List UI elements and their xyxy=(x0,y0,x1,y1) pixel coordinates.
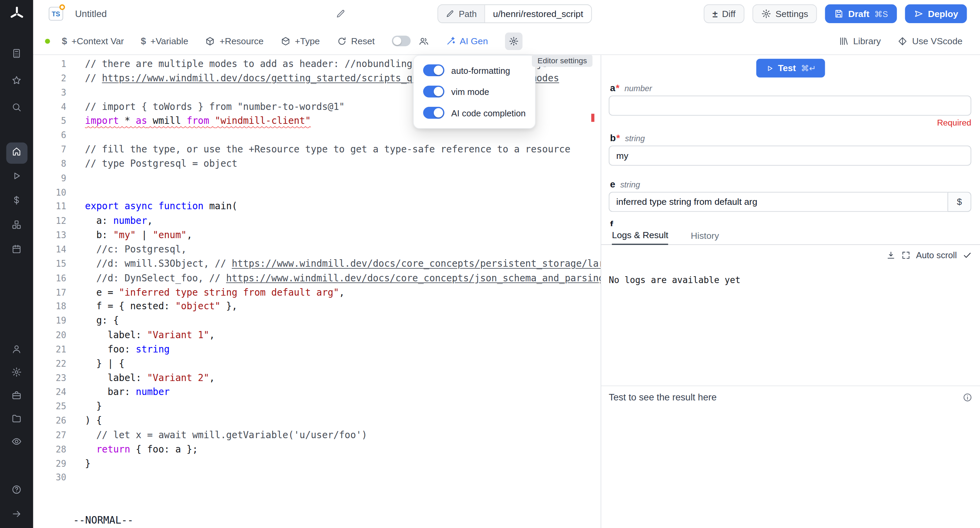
draft-button[interactable]: Draft ⌘S xyxy=(825,5,897,23)
line-number: 16 xyxy=(33,271,85,285)
home-icon xyxy=(11,146,22,159)
users-icon xyxy=(418,36,428,46)
line-number: 1 xyxy=(33,57,85,71)
sidebar-item-apps[interactable] xyxy=(0,41,33,68)
sidebar-group-main xyxy=(0,140,33,262)
sidebar-item-folders[interactable] xyxy=(0,408,33,431)
dollar-icon: $ xyxy=(62,36,67,46)
library-icon xyxy=(839,36,849,46)
panel-divider xyxy=(601,385,980,386)
line-number: 30 xyxy=(33,471,85,485)
cubes-icon xyxy=(11,219,22,233)
draft-label: Draft xyxy=(848,9,869,19)
runtime-badge-icon xyxy=(59,5,65,10)
tab-history[interactable]: History xyxy=(691,226,719,244)
sidebar-item-audit-logs[interactable] xyxy=(0,431,33,454)
sidebar-item-account[interactable] xyxy=(0,339,33,362)
sidebar-item-runs[interactable] xyxy=(0,165,33,189)
multiplayer-toggle[interactable] xyxy=(392,36,410,46)
code-line: 25 } xyxy=(33,399,601,414)
line-number: 9 xyxy=(33,171,85,185)
editor-setting-ai-code-completion[interactable]: AI code completion xyxy=(423,107,525,119)
refresh-icon xyxy=(337,36,347,46)
draft-shortcut: ⌘S xyxy=(875,9,888,19)
windmill-logo-icon[interactable] xyxy=(8,0,25,27)
editor-setting-vim-mode[interactable]: vim mode xyxy=(423,86,525,98)
auto-scroll-checkbox[interactable] xyxy=(963,250,972,260)
add-resource-button[interactable]: +Resource xyxy=(205,36,264,46)
editor-setting-auto-formatting[interactable]: auto-formatting xyxy=(423,64,525,76)
required-asterisk: * xyxy=(616,82,620,93)
line-number: 8 xyxy=(33,157,85,171)
line-number: 18 xyxy=(33,299,85,314)
folder-icon xyxy=(11,413,22,426)
e-input[interactable] xyxy=(609,192,948,212)
required-note: Required xyxy=(601,118,971,127)
sidebar xyxy=(0,0,33,528)
sidebar-item-resources[interactable] xyxy=(0,214,33,238)
sidebar-item-home[interactable] xyxy=(0,140,33,165)
path-editor[interactable]: Path u/henri/restored_script xyxy=(438,5,592,23)
sidebar-item-workspace-settings[interactable] xyxy=(0,362,33,385)
topbar-actions: ± Diff Settings Draft ⌘S Deploy xyxy=(704,5,967,23)
diff-button[interactable]: ± Diff xyxy=(704,5,744,23)
sidebar-item-workers[interactable] xyxy=(0,385,33,408)
deploy-button[interactable]: Deploy xyxy=(905,5,967,23)
test-button[interactable]: Test ⌘↵ xyxy=(756,59,825,78)
reset-button[interactable]: Reset xyxy=(337,36,375,46)
code-line: 20 label: "Variant 1", xyxy=(33,328,601,342)
edit-summary-pencil-icon[interactable] xyxy=(336,9,345,19)
toggle-switch[interactable] xyxy=(423,107,444,119)
use-vscode-button[interactable]: Use VScode xyxy=(898,36,962,46)
code-line: 12 a: number, xyxy=(33,214,601,228)
script-title: Untitled xyxy=(75,8,107,19)
download-logs-icon[interactable] xyxy=(886,250,896,260)
editor-settings-tooltip: Editor settings xyxy=(532,54,593,67)
insert-variable-button[interactable]: $ xyxy=(947,192,971,212)
field-a: a*numberRequired xyxy=(601,82,980,127)
expand-logs-icon[interactable] xyxy=(901,250,911,260)
add-variable-button[interactable]: $ +Variable xyxy=(141,36,188,46)
result-placeholder: Test to see the result here xyxy=(609,392,717,402)
settings-button[interactable]: Settings xyxy=(752,5,817,23)
toggle-label: AI code completion xyxy=(451,108,526,118)
path-value: u/henri/restored_script xyxy=(485,5,592,22)
editor-settings-button[interactable] xyxy=(505,32,522,50)
add-type-button[interactable]: +Type xyxy=(280,36,320,46)
code-line: 11export async function main( xyxy=(33,200,601,214)
code-line: 24 bar: number xyxy=(33,385,601,399)
b-input[interactable] xyxy=(609,146,971,166)
kite-icon xyxy=(898,36,907,46)
line-number: 10 xyxy=(33,185,85,200)
toggle-switch[interactable] xyxy=(423,86,444,98)
code-line: 14 //c: Postgresql, xyxy=(33,243,601,257)
add-context-var-button[interactable]: $ +Context Var xyxy=(62,36,124,46)
toggle-label: auto-formatting xyxy=(451,65,510,75)
a-input[interactable] xyxy=(609,95,971,116)
tab-logs-result[interactable]: Logs & Result xyxy=(612,226,668,245)
ai-gen-button[interactable]: AI Gen xyxy=(445,36,488,46)
toggle-switch[interactable] xyxy=(423,64,444,76)
windmill-script-editor: TS Untitled Path u/henri/restored_script… xyxy=(0,0,980,528)
sidebar-group-top xyxy=(0,41,33,122)
sidebar-item-search[interactable] xyxy=(0,95,33,122)
sidebar-item-variables[interactable] xyxy=(0,189,33,214)
sidebar-item-favorites[interactable] xyxy=(0,68,33,95)
sidebar-item-help[interactable] xyxy=(0,479,33,503)
info-icon xyxy=(963,392,972,402)
topbar: TS Untitled Path u/henri/restored_script… xyxy=(33,0,980,27)
dollar-icon: $ xyxy=(141,36,146,46)
sidebar-item-schedules[interactable] xyxy=(0,238,33,262)
code-line: 10 xyxy=(33,185,601,200)
field-name: a xyxy=(610,82,615,93)
path-label: Path xyxy=(459,9,477,19)
dollar-icon xyxy=(11,195,22,208)
line-number: 20 xyxy=(33,328,85,342)
vim-status: --NORMAL-- xyxy=(73,514,134,526)
line-number: 3 xyxy=(33,85,85,100)
sidebar-item-collapse[interactable] xyxy=(0,503,33,528)
required-asterisk: * xyxy=(616,132,620,143)
no-logs-message: No logs are available yet xyxy=(609,275,740,285)
code-line: 26) { xyxy=(33,414,601,428)
library-button[interactable]: Library xyxy=(839,36,881,46)
